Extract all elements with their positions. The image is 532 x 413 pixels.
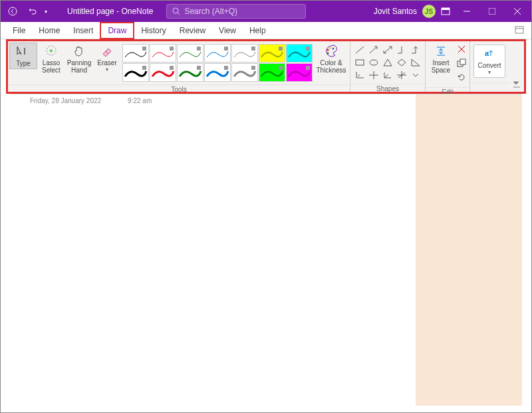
eraser-icon [100,44,114,59]
shape-double-arrow[interactable] [381,44,394,56]
shape-diamond[interactable] [395,57,408,69]
svg-rect-22 [142,66,146,70]
svg-rect-26 [251,66,255,70]
shape-arrow[interactable] [367,44,380,56]
side-panel[interactable] [416,94,522,406]
insert-space-button[interactable]: Insert Space [427,43,455,75]
document-title: Untitled page - OneNote [67,7,153,16]
close-button[interactable] [506,1,529,22]
svg-line-33 [356,47,364,53]
svg-rect-36 [356,60,364,65]
shape-axis-2d-full[interactable] [367,69,380,81]
pen-thick-green[interactable] [177,63,203,82]
shape-axis-3d[interactable] [381,69,394,81]
pen-thin-green[interactable] [177,44,203,63]
svg-point-32 [327,53,329,55]
convert-button[interactable]: a Convert ▾ [473,45,505,78]
menu-help[interactable]: Help [243,23,273,38]
rotate-button[interactable] [456,72,467,84]
group-tools-label: Tools [8,84,350,94]
svg-line-34 [370,47,376,53]
group-edit: Insert Space Edit [426,41,470,92]
chevron-down-icon: ▾ [106,67,108,73]
menu-history[interactable]: History [134,23,172,38]
edit-small-buttons [455,43,468,86]
svg-rect-49 [460,59,466,65]
svg-text:I: I [23,46,26,57]
shape-rectangle[interactable] [353,57,366,69]
pen-thick-black[interactable] [122,63,149,82]
hand-icon [72,44,86,59]
user-avatar[interactable]: JS [422,5,436,18]
menu-file[interactable]: File [6,23,32,38]
shape-ellipse[interactable] [367,57,380,69]
menu-review[interactable]: Review [173,23,212,38]
pen-thick-blue[interactable] [204,63,231,82]
menu-view[interactable]: View [212,23,243,38]
insert-space-icon [434,44,448,59]
pen-gallery [121,43,314,83]
title-bar: ▾ Untitled page - OneNote Search (Alt+Q)… [1,1,531,22]
delete-button[interactable] [456,44,467,57]
svg-rect-28 [306,66,310,70]
expand-ribbon-icon[interactable] [514,25,526,37]
chevron-down-icon: ▾ [488,70,491,76]
svg-point-1 [173,8,178,13]
svg-point-29 [327,49,329,51]
menu-home[interactable]: Home [32,23,66,38]
lasso-icon: + [44,44,59,59]
shape-axis-2d[interactable]: x [353,69,366,81]
shape-elbow[interactable] [395,44,408,56]
shape-axis-3d-full[interactable] [395,69,408,81]
highlighter-yellow[interactable] [259,44,285,63]
type-button[interactable]: I Type [9,43,37,69]
collapse-ribbon-icon[interactable] [512,80,521,90]
pen-thick-red[interactable] [150,63,176,82]
highlighter-magenta[interactable] [286,63,313,82]
ribbon-highlight: I Type + Lasso Select Panning Hand [6,39,526,94]
highlighter-green[interactable] [259,63,285,82]
page-time: 9:22 am [128,97,152,104]
shape-triangle[interactable] [381,57,394,69]
ribbon-display-button[interactable] [438,4,453,19]
pen-thin-black[interactable] [122,44,149,63]
svg-point-31 [332,48,334,50]
shape-right-triangle[interactable] [409,57,422,69]
pen-thin-red[interactable] [150,44,176,63]
menu-draw[interactable]: Draw [100,22,134,39]
svg-rect-23 [170,66,174,70]
svg-rect-18 [224,47,228,51]
pen-thin-gray[interactable] [231,44,258,63]
lasso-select-button[interactable]: + Lasso Select [37,43,65,75]
eraser-button[interactable]: Eraser ▾ [93,43,121,74]
undo-dropdown-icon[interactable]: ▾ [45,9,47,15]
group-tools: I Type + Lasso Select Panning Hand [8,41,350,92]
page-canvas[interactable]: Friday, 28 January 2022 9:22 am [10,94,522,406]
undo-button[interactable] [25,3,41,19]
group-convert: a Convert ▾ [470,41,509,92]
group-shapes: x Shapes [350,41,426,92]
svg-rect-17 [197,47,201,51]
svg-rect-15 [142,47,146,51]
svg-rect-19 [251,47,255,51]
shape-elbow-arrow[interactable] [409,44,422,56]
arrange-button[interactable] [456,58,467,70]
menu-insert[interactable]: Insert [66,23,100,38]
shapes-more[interactable] [409,69,422,81]
panning-hand-button[interactable]: Panning Hand [65,43,93,75]
user-name[interactable]: Jovit Santos [374,7,417,16]
convert-icon: a [483,47,496,61]
maximize-button[interactable] [481,1,503,22]
back-button[interactable] [5,3,21,19]
shapes-gallery: x [352,43,424,82]
pen-thin-blue[interactable] [204,44,231,63]
shape-line[interactable] [353,44,366,56]
color-thickness-button[interactable]: Color & Thickness [314,43,348,75]
minimize-button[interactable] [456,1,478,22]
ribbon: I Type + Lasso Select Panning Hand [8,41,524,92]
pen-thick-gray[interactable] [231,63,258,82]
app-window: ▾ Untitled page - OneNote Search (Alt+Q)… [0,0,532,413]
highlighter-cyan[interactable] [286,44,313,63]
svg-rect-21 [306,47,310,51]
search-box[interactable]: Search (Alt+Q) [166,4,306,19]
